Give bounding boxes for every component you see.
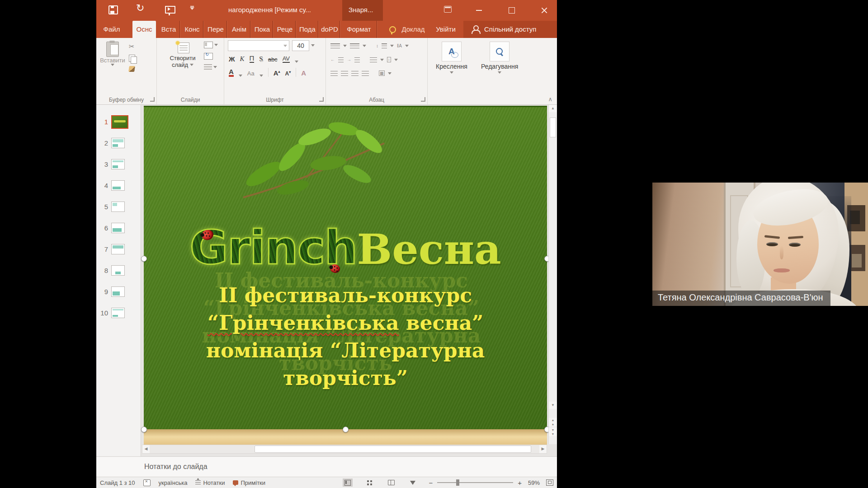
thumbnail-row-5[interactable]: 5 [96,196,141,217]
language-indicator[interactable]: українська [159,479,188,486]
font-dialog-launcher-icon[interactable] [319,97,324,102]
shrink-font-button[interactable]: А▾ [285,70,291,77]
thumbnail-row-7[interactable]: 7 [96,239,141,260]
align-right-icon[interactable] [351,71,359,76]
copy-icon[interactable] [129,55,135,62]
font-color-button[interactable]: A [229,68,234,77]
customize-qat-icon[interactable] [190,7,194,10]
fit-slide-to-window-icon[interactable] [546,479,553,486]
zoom-slider-thumb[interactable] [456,479,459,486]
numbering-icon[interactable] [350,43,359,48]
slide-thumbnail-panel[interactable]: 1 2 3 4 5 6 7 8 9 10 [96,105,141,456]
notes-placeholder[interactable]: Нотатки до слайда [144,463,208,471]
minimize-button[interactable] [472,6,486,14]
clear-formatting-button[interactable]: А [301,69,306,77]
previous-slide-icon[interactable]: ▲▲ [549,418,557,426]
zoom-percent[interactable]: 59% [528,479,540,486]
drawing-button[interactable]: A Креслення [436,42,467,74]
comments-toggle[interactable]: Примітки [233,479,265,486]
tab-slideshow[interactable]: Пока [252,21,273,38]
change-case-button[interactable]: Aa [247,70,255,77]
zoom-in-icon[interactable]: + [518,479,522,487]
bullets-icon[interactable] [330,43,340,48]
thumbnail-row-1[interactable]: 1 [96,111,141,132]
editing-button[interactable]: Редагування [481,42,518,74]
save-icon[interactable] [108,5,118,14]
tab-animations[interactable]: Анім [228,21,250,38]
selection-handle-bottom-left[interactable] [141,427,147,432]
font-size-input[interactable]: 40 [292,40,309,51]
scroll-down-icon[interactable]: ▼ [549,402,557,409]
slideshow-view-button[interactable] [408,479,418,487]
tab-insert[interactable]: Вста [158,21,180,38]
notes-toggle[interactable]: Нотатки [195,479,225,486]
selection-handle-left[interactable] [141,256,147,262]
slide-layout-icon[interactable] [204,42,213,48]
slide-canvas[interactable]: GrinchВесна ІІ фестиваль-конкурс “Грінче… [144,106,547,446]
thumbnail-row-8[interactable]: 8 [96,260,141,281]
justify-icon[interactable] [362,71,369,76]
zoom-slider[interactable] [437,482,513,483]
tab-home[interactable]: Оснс [132,21,156,38]
horizontal-scroll-thumb[interactable] [255,446,531,453]
slide-sorter-view-button[interactable] [364,479,374,487]
slide-background-image[interactable]: GrinchВесна ІІ фестиваль-конкурс “Грінче… [144,106,547,429]
thumbnail-row-6[interactable]: 6 [96,217,141,239]
text-shadow-button[interactable]: S [259,55,263,63]
scroll-up-icon[interactable]: ▲ [549,105,557,112]
tab-addin[interactable]: doPD [320,21,340,38]
tab-file[interactable]: Файл [100,21,123,38]
clipboard-dialog-launcher-icon[interactable] [150,97,155,102]
close-button[interactable] [538,6,551,14]
thumbnail-row-4[interactable]: 4 [96,175,141,196]
reset-slide-icon[interactable] [204,53,213,60]
line-spacing-icon[interactable]: ↕ [376,44,378,48]
scroll-right-icon[interactable]: ▶ [539,445,547,453]
underline-button[interactable]: П [250,54,255,63]
vertical-scrollbar[interactable]: ▲ ▼ ▲▲ ▼▼ [548,105,557,444]
maximize-button[interactable] [505,6,519,14]
format-painter-icon[interactable] [128,66,135,72]
spellcheck-icon[interactable] [143,479,151,486]
selection-handle-bottom-center[interactable] [343,427,349,432]
font-size-caret-icon[interactable] [311,44,315,47]
grow-font-button[interactable]: А▴ [274,69,280,77]
columns-icon[interactable] [370,57,377,62]
thumbnail-row-9[interactable]: 9 [96,281,141,302]
scroll-left-icon[interactable]: ◀ [142,445,150,453]
paragraph-dialog-launcher-icon[interactable] [421,97,425,102]
tab-design[interactable]: Конс [181,21,203,38]
start-slideshow-icon[interactable] [165,6,175,14]
section-icon[interactable] [204,64,212,70]
notes-pane[interactable]: Нотатки до слайда [96,456,557,477]
sign-in-link[interactable]: Увійти [434,21,458,38]
normal-view-button[interactable] [343,479,353,487]
horizontal-scrollbar[interactable]: ◀ ▶ [142,445,547,454]
slide-title-text[interactable]: ІІ фестиваль-конкурс “Грінченківська вес… [144,282,547,392]
tab-review[interactable]: Реце [274,21,296,38]
thumbnail-row-10[interactable]: 10 [96,302,141,324]
character-spacing-button[interactable]: AV [283,55,290,63]
collapse-ribbon-icon[interactable]: ∧ [548,96,552,103]
bold-button[interactable]: Ж [229,55,235,63]
smartart-icon[interactable]: ▦ [379,70,385,76]
thumbnail-row-3[interactable]: 3 [96,154,141,175]
align-left-icon[interactable] [330,71,338,76]
decrease-indent-icon[interactable]: ← [330,57,335,62]
cut-icon[interactable] [129,42,135,51]
webcam-video[interactable]: Тетяна Олександрівна Саврасова-В'юн [652,183,868,306]
zoom-out-icon[interactable]: − [429,479,433,487]
contextual-tools-tab[interactable]: Знаря... [342,0,383,21]
increase-indent-icon[interactable]: → [347,57,351,62]
share-button[interactable]: Спільний доступ [463,21,557,38]
tab-transitions[interactable]: Пере [205,21,227,38]
align-text-icon[interactable]: ↕ [387,57,391,62]
tell-me[interactable]: Доклад [398,21,428,38]
align-center-icon[interactable] [341,71,348,76]
reading-view-button[interactable] [386,479,396,487]
vertical-scroll-thumb[interactable] [550,117,556,137]
undo-icon[interactable]: ↻ [136,3,144,13]
strikethrough-button[interactable]: abc [268,56,278,63]
thumbnail-row-2[interactable]: 2 [96,132,141,154]
italic-button[interactable]: К [240,55,245,63]
